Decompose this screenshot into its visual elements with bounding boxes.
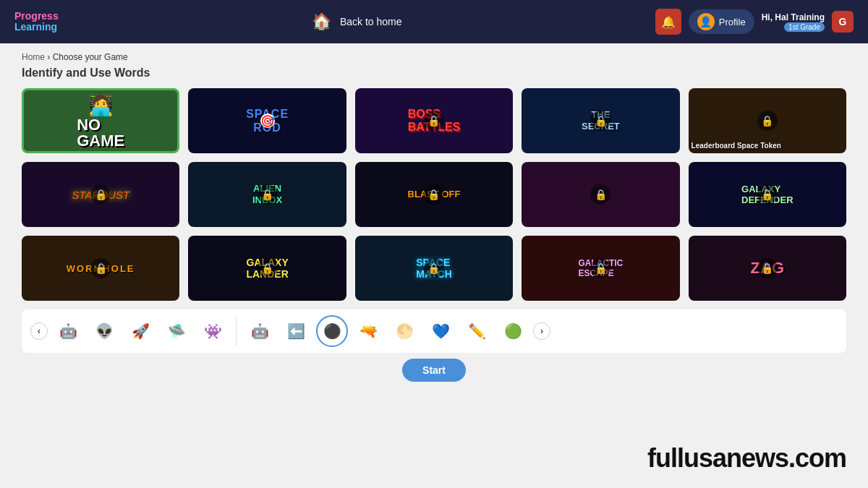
lock-icon: 🔒 (258, 258, 278, 278)
game-card-no-game[interactable]: 🧑‍💻 NOGAME (22, 88, 179, 153)
game-card-galactic-escape[interactable]: GALACTICESCAPE 🔒 (522, 236, 679, 301)
user-info: Hi, Hal Training 1st Grade (762, 12, 825, 32)
profile-label: Profile (719, 17, 746, 27)
notification-button[interactable]: 🔔 (655, 9, 681, 35)
char-item-9[interactable]: 🔫 (352, 315, 384, 347)
lock-icon: 🔒 (258, 184, 278, 205)
home-icon: 🏠 (312, 12, 331, 31)
game-card-purple-locked[interactable]: 🔒 (522, 162, 679, 227)
game-card-space-rod[interactable]: SPACEROD 🎯 (188, 88, 346, 153)
games-grid: 🧑‍💻 NOGAME SPACEROD 🎯 BOSSBATTLES 🔒 THES… (22, 88, 846, 301)
breadcrumb-home[interactable]: Home (22, 52, 45, 62)
lock-icon: 🔒 (757, 184, 778, 205)
profile-button[interactable]: 👤 Profile (689, 9, 754, 34)
game-card-inner: ZAG 🔒 (689, 236, 846, 301)
char-item-12[interactable]: ✏️ (461, 315, 493, 347)
char-prev-button[interactable]: ‹ (30, 322, 48, 340)
lock-icon: 🔒 (590, 258, 610, 278)
google-button[interactable]: G (832, 11, 854, 33)
char-item-7[interactable]: ⬅️ (280, 315, 312, 347)
game-card-inner: 🧑‍💻 NOGAME (24, 90, 177, 151)
user-name: Hi, Hal Training (762, 12, 825, 22)
char-item-8[interactable]: ⚫ (316, 315, 348, 347)
game-card-inner: BOSSBATTLES 🔒 (355, 88, 513, 153)
breadcrumb-separator: › (47, 52, 50, 62)
game-card-alien-inbox[interactable]: ALIENINBOX 🔒 (188, 162, 346, 227)
lock-icon: 🔒 (424, 258, 444, 278)
header: Progress Learning 🏠 Back to home 🔔 👤 Pro… (0, 0, 868, 43)
char-item-3[interactable]: 🚀 (124, 315, 156, 347)
start-button[interactable]: Start (402, 359, 466, 382)
game-card-inner: THESECRET 🔒 (522, 88, 679, 153)
game-card-boss-battles[interactable]: BOSSBATTLES 🔒 (355, 88, 513, 153)
lock-icon: 🔒 (424, 184, 444, 205)
game-card-inner: Leaderboard Space Token 🔒 (689, 88, 846, 153)
game-label: NOGAME (77, 117, 124, 149)
char-item-4[interactable]: 🛸 (161, 315, 192, 347)
logo-learning: Learning (14, 22, 59, 33)
header-right: 🔔 👤 Profile Hi, Hal Training 1st Grade G (655, 9, 854, 35)
char-item-2[interactable]: 👽 (88, 315, 120, 347)
game-card-stardust[interactable]: STARDUST 🔒 (22, 162, 179, 227)
game-card-inner: WORMHOLE 🔒 (22, 236, 179, 301)
lock-icon: 🔒 (757, 111, 778, 131)
game-card-space-match[interactable]: SPACEMATCH 🔒 (355, 236, 513, 301)
lock-icon: 🔒 (424, 111, 444, 131)
lock-icon: 🔒 (590, 111, 610, 131)
avatar: 👤 (697, 13, 715, 30)
game-card-the-secret[interactable]: THESECRET 🔒 (522, 88, 679, 153)
user-grade: 1st Grade (784, 22, 825, 32)
game-card-inner: STARDUST 🔒 (22, 162, 179, 227)
google-icon: G (839, 16, 847, 27)
char-item-11[interactable]: 💙 (425, 315, 456, 347)
char-next-button[interactable]: › (533, 322, 550, 340)
breadcrumb-current: Choose your Game (53, 52, 128, 62)
char-item-6[interactable]: 🤖 (244, 315, 276, 347)
back-to-home-button[interactable]: 🏠 Back to home (312, 12, 402, 31)
game-card-inner: GALACTICESCAPE 🔒 (522, 236, 679, 301)
char-item-10[interactable]: 🌕 (388, 315, 420, 347)
char-item-13[interactable]: 🟢 (497, 315, 529, 347)
page-title: Identify and Use Words (22, 67, 846, 80)
game-card-inner: GALAXYLANDER 🔒 (188, 236, 346, 301)
lock-icon: 🔒 (757, 258, 778, 278)
lock-icon: 🔒 (90, 184, 111, 205)
game-label: Leaderboard Space Token (692, 142, 781, 150)
logo-progress: Progress (14, 11, 59, 22)
main-content: Home › Choose your Game Identify and Use… (0, 43, 868, 488)
game-card-inner: SPACEROD 🎯 (188, 88, 346, 153)
game-card-inner: SPACEMATCH 🔒 (355, 236, 513, 301)
character-selector: ‹ 🤖 👽 🚀 🛸 👾 🤖 ⬅️ ⚫ 🔫 🌕 💙 ✏️ 🟢 › (22, 309, 846, 353)
game-card-inner: GALAXYDEFENDER 🔒 (689, 162, 846, 227)
char-divider (236, 317, 237, 346)
game-card-blast-off[interactable]: BLAST OFF 🔒 (355, 162, 513, 227)
lock-icon: 🔒 (90, 258, 111, 278)
game-card-wormhole[interactable]: WORMHOLE 🔒 (22, 236, 179, 301)
game-card-inner: BLAST OFF 🔒 (355, 162, 513, 227)
char-item-5[interactable]: 👾 (197, 315, 229, 347)
game-card-galaxy-defender[interactable]: GALAXYDEFENDER 🔒 (689, 162, 846, 227)
game-card-galaxy-lander[interactable]: GALAXYLANDER 🔒 (188, 236, 346, 301)
breadcrumb: Home › Choose your Game (22, 52, 846, 62)
game-card-leaderboard[interactable]: Leaderboard Space Token 🔒 (689, 88, 846, 153)
bell-icon: 🔔 (661, 15, 676, 29)
game-card-inner: 🔒 (522, 162, 679, 227)
game-card-inner: ALIENINBOX 🔒 (188, 162, 346, 227)
lock-icon: 🔒 (590, 184, 610, 205)
char-item-1[interactable]: 🤖 (52, 315, 84, 347)
logo: Progress Learning (14, 11, 59, 33)
back-to-home-label: Back to home (340, 16, 402, 27)
game-card-zag[interactable]: ZAG 🔒 (689, 236, 846, 301)
start-row: Start (22, 359, 846, 385)
